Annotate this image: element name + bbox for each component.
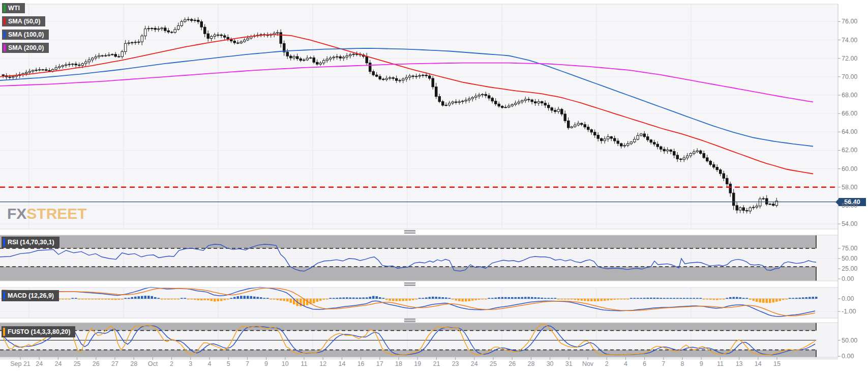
- indicator-label: RSI (14,70,30,1): [8, 239, 54, 246]
- series-color-swatch: [3, 238, 5, 246]
- time-axis-label: 3: [189, 360, 192, 367]
- indicator-label: MACD (12,26,9): [8, 292, 54, 299]
- legend-label: WTI: [8, 5, 20, 12]
- fusto-axis-label: 0.00: [842, 353, 854, 360]
- rsi-indicator-label[interactable]: RSI (14,70,30,1): [2, 237, 59, 248]
- chart-application: WTI SMA (50,0) SMA (100,0) SMA (200,0) R…: [0, 0, 868, 371]
- time-axis-label: 8: [681, 360, 684, 367]
- legend-item-sma100[interactable]: SMA (100,0): [2, 30, 49, 40]
- time-axis-label: 28: [130, 360, 137, 367]
- series-color-swatch: [4, 5, 6, 12]
- rsi-axis-label: 25.00: [842, 265, 857, 272]
- time-axis-label: 14: [755, 360, 762, 367]
- chart-canvas: [0, 0, 868, 371]
- time-axis-label: 17: [376, 360, 383, 367]
- time-axis-label: 30: [547, 360, 554, 367]
- time-axis-label: 13: [736, 360, 743, 367]
- watermark-fx: FX: [7, 205, 26, 222]
- time-axis-label: 5: [227, 360, 230, 367]
- time-axis-label: 25: [74, 360, 81, 367]
- time-axis-label: 7: [662, 360, 665, 367]
- price-axis-label: 64.00: [842, 128, 857, 135]
- price-axis-label: 62.00: [842, 147, 857, 154]
- rsi-axis-label: 0.00: [842, 275, 854, 282]
- macd-axis-label: -1.00: [842, 308, 856, 315]
- time-axis-label: 18: [395, 360, 402, 367]
- legend-label: SMA (50,0): [8, 18, 40, 25]
- legend-label: SMA (200,0): [8, 44, 44, 51]
- legend-label: SMA (100,0): [8, 31, 44, 38]
- series-color-swatch: [4, 31, 6, 38]
- pane-resize-handle[interactable]: [404, 319, 415, 322]
- rsi-axis-label: 75.00: [842, 245, 857, 252]
- time-axis-label: 10: [282, 360, 289, 367]
- time-axis-label: 14: [338, 360, 345, 367]
- fusto-indicator-label[interactable]: FUSTO (14,3,3,80,20): [2, 326, 75, 337]
- rsi-axis-label: 50.00: [842, 255, 857, 262]
- time-axis-label: 25: [490, 360, 497, 367]
- time-axis-label: 7: [246, 360, 249, 367]
- time-axis-label: 11: [301, 360, 308, 367]
- time-axis-label: 21: [433, 360, 440, 367]
- time-axis-label: 4: [208, 360, 212, 367]
- fusto-axis-label: 50.00: [842, 337, 857, 344]
- series-color-swatch: [3, 328, 5, 336]
- price-axis-label: 60.00: [842, 165, 857, 173]
- time-axis-label: 28: [527, 360, 534, 367]
- time-axis-label: 31: [565, 360, 573, 367]
- price-axis-label: 76.00: [842, 18, 857, 25]
- time-axis-label: 9: [700, 360, 703, 367]
- time-axis-label: 26: [508, 360, 516, 367]
- time-axis-label: 24: [36, 360, 43, 367]
- price-axis-label: 72.00: [842, 55, 857, 62]
- legend-item-wti[interactable]: WTI: [2, 3, 25, 13]
- price-axis-label: 66.00: [842, 110, 857, 117]
- time-axis-label: 19: [414, 360, 421, 367]
- price-axis-label: 74.00: [842, 37, 857, 44]
- time-axis-label: 27: [111, 360, 118, 367]
- time-axis-label: 2: [605, 360, 609, 367]
- macd-axis-label: 0.00: [842, 295, 854, 302]
- time-axis-label: Nov: [582, 360, 593, 367]
- time-axis-label: 4: [624, 360, 627, 367]
- time-axis-label: 24: [471, 360, 478, 367]
- time-axis-label: 24: [54, 360, 62, 367]
- time-axis-label: 23: [452, 360, 459, 367]
- watermark-street: STREET: [26, 205, 86, 222]
- time-axis-label: Sep 21: [10, 360, 31, 367]
- pane-resize-handle[interactable]: [404, 282, 415, 286]
- time-axis-label: 15: [773, 360, 781, 367]
- legend-item-sma50[interactable]: SMA (50,0): [2, 16, 45, 26]
- fxstreet-watermark: FXSTREET: [7, 205, 87, 222]
- indicator-label: FUSTO (14,3,3,80,20): [8, 328, 70, 335]
- series-color-swatch: [4, 18, 6, 25]
- series-color-swatch: [3, 292, 5, 300]
- time-axis-label: 6: [643, 360, 646, 367]
- time-axis-label: 26: [93, 360, 100, 367]
- time-axis-label: 2: [170, 360, 173, 367]
- legend-item-sma200[interactable]: SMA (200,0): [2, 43, 49, 53]
- price-axis-label: 68.00: [842, 92, 857, 99]
- time-axis-label: 16: [357, 360, 365, 367]
- time-axis-label: 9: [264, 360, 268, 367]
- time-axis-label: 11: [717, 360, 724, 367]
- macd-indicator-label[interactable]: MACD (12,26,9): [2, 290, 59, 301]
- time-axis-label: 12: [319, 360, 326, 367]
- price-axis-label: 70.00: [842, 73, 857, 80]
- series-color-swatch: [4, 44, 6, 51]
- price-axis-label: 58.00: [842, 184, 857, 191]
- pane-resize-handle[interactable]: [404, 230, 415, 234]
- price-axis-label: 54.00: [842, 220, 857, 227]
- time-axis-label: Oct: [148, 360, 158, 367]
- price-axis-label: 56.00: [842, 202, 857, 209]
